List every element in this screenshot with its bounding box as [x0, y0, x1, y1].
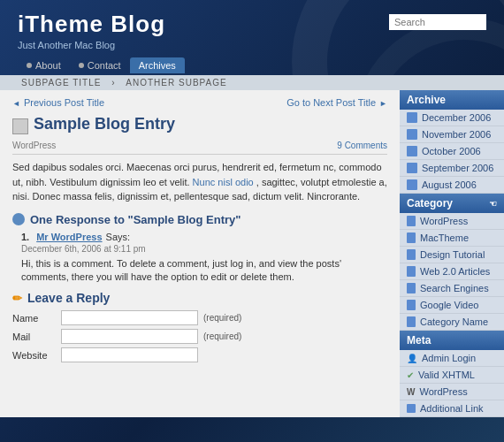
comment-bubble-icon	[12, 213, 25, 225]
doc-icon	[407, 316, 416, 327]
post-meta: WordPress 9 Comments	[12, 141, 387, 155]
doc-icon	[407, 216, 416, 226]
doc-icon	[407, 232, 416, 243]
checkmark-icon: ✔	[407, 370, 414, 380]
form-row-name: Name (required)	[12, 310, 387, 325]
calendar-icon	[407, 179, 417, 190]
comments-heading: One Response to "Sample Blog Entry"	[12, 213, 387, 226]
person-icon: 👤	[407, 354, 417, 363]
post-comments-count[interactable]: 9 Comments	[337, 141, 387, 150]
category-item-mactheme[interactable]: MacTheme	[400, 230, 504, 247]
calendar-icon	[407, 146, 417, 156]
archive-item-aug2006[interactable]: August 2006	[400, 177, 504, 194]
comment-date: December 6th, 2006 at 9:11 pm	[21, 244, 387, 254]
search-input[interactable]	[389, 14, 486, 30]
archive-item-nov2006[interactable]: November 2006	[400, 126, 504, 143]
form-row-mail: Mail (required)	[12, 329, 387, 344]
archive-item-dec2006[interactable]: December 2006	[400, 110, 504, 126]
meta-header: Meta	[400, 331, 504, 350]
category-header[interactable]: Category ☜	[400, 194, 504, 213]
breadcrumb: SUBPAGE TITLE › ANOTHER SUBPAGE	[0, 75, 504, 90]
comment-item: 1. Mr WordPress Says: December 6th, 2006…	[21, 232, 387, 285]
post-link[interactable]: Nunc nisl odio	[193, 177, 254, 187]
post-document-icon	[12, 118, 28, 134]
nav-contact[interactable]: Contact	[70, 57, 130, 73]
category-cursor-icon: ☜	[489, 199, 497, 209]
meta-item-wordpress[interactable]: W WordPress	[400, 384, 504, 400]
site-subtitle: Just Another Mac Blog	[18, 40, 165, 50]
comment-author-link[interactable]: Mr WordPress	[36, 232, 102, 242]
post-category: WordPress	[12, 141, 56, 150]
doc-icon	[407, 283, 416, 293]
reply-heading: ✏ Leave a Reply	[12, 291, 387, 305]
category-item-google[interactable]: Google Video	[400, 297, 504, 314]
doc-icon	[407, 249, 416, 260]
prev-arrow-icon	[12, 97, 20, 108]
post-body: Sed dapibus sodales orci. Maecenas orci …	[12, 160, 387, 204]
content-area: Previous Post Title Go to Next Post Titl…	[0, 90, 400, 417]
main-nav: About Contact Archives	[0, 57, 504, 73]
post-title: Sample Blog Entry	[34, 115, 175, 133]
category-item-wordpress[interactable]: WordPress	[400, 213, 504, 230]
nav-about[interactable]: About	[18, 57, 70, 73]
meta-item-additional[interactable]: Additional Link	[400, 400, 504, 417]
meta-item-xhtml[interactable]: ✔ Valid XHTML	[400, 367, 504, 384]
archive-item-oct2006[interactable]: October 2006	[400, 143, 504, 160]
form-row-website: Website	[12, 347, 387, 362]
archive-header: Archive	[400, 90, 504, 110]
calendar-icon	[407, 163, 417, 173]
doc-icon	[407, 300, 416, 310]
post-navigation: Previous Post Title Go to Next Post Titl…	[12, 97, 387, 108]
nav-archives[interactable]: Archives	[130, 57, 185, 73]
prev-post-link[interactable]: Previous Post Title	[12, 97, 104, 108]
calendar-icon	[407, 129, 417, 140]
meta-item-admin[interactable]: 👤 Admin Login	[400, 350, 504, 367]
nav-dot-contact	[79, 63, 84, 68]
comment-body: Hi, this is a comment. To delete a comme…	[21, 257, 387, 285]
calendar-icon	[407, 112, 417, 123]
nav-dot-about	[27, 63, 32, 68]
meta-section: Meta 👤 Admin Login ✔ Valid XHTML W WordP…	[400, 331, 504, 417]
category-item-search[interactable]: Search Engines	[400, 280, 504, 297]
mail-input[interactable]	[61, 329, 198, 344]
name-input[interactable]	[61, 310, 198, 325]
link-icon	[407, 404, 416, 413]
archive-item-sep2006[interactable]: September 2006	[400, 160, 504, 177]
category-item-name[interactable]: Category Name	[400, 314, 504, 331]
website-input[interactable]	[61, 347, 198, 362]
sidebar: Archive December 2006 November 2006 Octo…	[400, 90, 504, 417]
category-item-design[interactable]: Design Tutorial	[400, 247, 504, 263]
doc-icon	[407, 266, 416, 277]
category-item-web2[interactable]: Web 2.0 Articles	[400, 263, 504, 280]
category-section: Category ☜ WordPress MacTheme Design Tut…	[400, 194, 504, 331]
site-title: iTheme Blog	[18, 11, 165, 38]
next-arrow-icon	[379, 97, 387, 108]
archive-section: Archive December 2006 November 2006 Octo…	[400, 90, 504, 194]
next-post-link[interactable]: Go to Next Post Title	[286, 97, 387, 108]
pencil-icon: ✏	[12, 292, 22, 305]
wordpress-icon: W	[407, 387, 415, 397]
